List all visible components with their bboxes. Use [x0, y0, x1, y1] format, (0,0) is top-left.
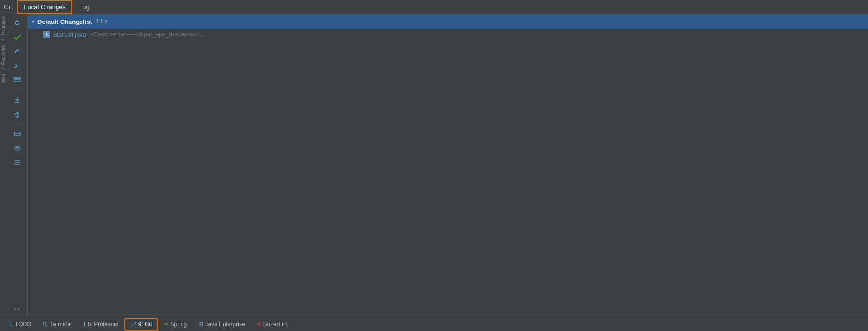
java-enterprise-label: Java Enterprise — [205, 321, 245, 328]
changelist-chevron-icon[interactable]: ▾ — [32, 19, 34, 25]
stash-icon[interactable] — [10, 127, 25, 141]
file-path: ~/Documents/——tl/ttpar_app_checker/src/… — [89, 31, 205, 38]
java-file-icon: J — [43, 31, 50, 38]
problems-tool-button[interactable]: ℹ 6: Problems — [78, 318, 124, 331]
git-label: 9: Git — [138, 321, 152, 328]
refresh-icon[interactable] — [10, 16, 25, 30]
problems-icon: ℹ — [83, 321, 86, 328]
download-icon[interactable] — [10, 93, 25, 107]
problems-label: 6: Problems — [88, 321, 118, 328]
todo-icon: ☰ — [8, 321, 13, 328]
spring-icon: ❧ — [164, 321, 169, 328]
sidebar-more-button[interactable]: >> — [10, 303, 25, 315]
terminal-label: Terminal — [50, 321, 71, 328]
file-list: J StarUtil.java ~/Documents/——tl/ttpar_a… — [28, 29, 868, 40]
rollback-icon[interactable] — [10, 45, 25, 58]
svg-rect-1 — [14, 80, 21, 81]
shelf-icon[interactable] — [10, 74, 25, 87]
todo-label: TODO — [15, 321, 31, 328]
changelist-header[interactable]: ▾ Default Changelist 1 file — [28, 14, 868, 29]
terminal-icon: ⊡ — [43, 320, 48, 328]
spring-label: Spring — [171, 321, 187, 328]
git-icon: ⎇ — [130, 321, 137, 328]
web-label[interactable]: Web — [1, 72, 6, 85]
sonarlint-icon: ⊖ — [257, 321, 262, 328]
changelist-file-count: 1 file — [96, 18, 108, 25]
tab-log[interactable]: Log — [72, 0, 96, 14]
content-panel: ▾ Default Changelist 1 file J StarUtil.j… — [28, 14, 868, 317]
commit-icon[interactable] — [10, 31, 25, 44]
spring-tool-button[interactable]: ❧ Spring — [158, 318, 193, 331]
svg-rect-2 — [14, 132, 20, 136]
bottom-toolbar: ☰ TODO ⊡ Terminal ℹ 6: Problems ⎇ 9: Git… — [0, 317, 868, 331]
todo-tool-button[interactable]: ☰ TODO — [2, 318, 37, 331]
file-row[interactable]: J StarUtil.java ~/Documents/——tl/ttpar_a… — [28, 29, 868, 40]
file-name: StarUtil.java — [53, 31, 86, 38]
eye-icon[interactable] — [10, 142, 25, 155]
svg-point-5 — [16, 147, 18, 149]
sonarlint-tool-button[interactable]: ⊖ SonarLint — [251, 318, 294, 331]
update-icon[interactable] — [10, 59, 25, 73]
java-enterprise-icon: ⊞ — [198, 321, 203, 328]
changelist-title: Default Changelist — [37, 18, 92, 25]
java-enterprise-tool-button[interactable]: ⊞ Java Enterprise — [193, 318, 251, 331]
group-by-icon[interactable] — [10, 156, 25, 169]
terminal-tool-button[interactable]: ⊡ Terminal — [37, 318, 77, 331]
favorites-label[interactable]: 2: Favorites — [1, 43, 6, 72]
action-sidebar: >> — [7, 14, 28, 317]
sonarlint-label: SonarLint — [263, 321, 288, 328]
cherry-pick-icon[interactable] — [10, 108, 25, 121]
git-tool-button[interactable]: ⎇ 9: Git — [124, 318, 158, 331]
tab-local-changes[interactable]: Local Changes — [17, 0, 72, 14]
svg-rect-0 — [14, 77, 21, 79]
main-area: 2: Structure 2: Favorites Web — [0, 14, 868, 317]
structure-label[interactable]: 2: Structure — [1, 14, 6, 43]
vertical-label-strip: 2: Structure 2: Favorites Web — [0, 14, 7, 317]
git-prefix-label: Git: — [4, 3, 13, 11]
tab-bar: Git: Local Changes Log — [0, 0, 868, 14]
